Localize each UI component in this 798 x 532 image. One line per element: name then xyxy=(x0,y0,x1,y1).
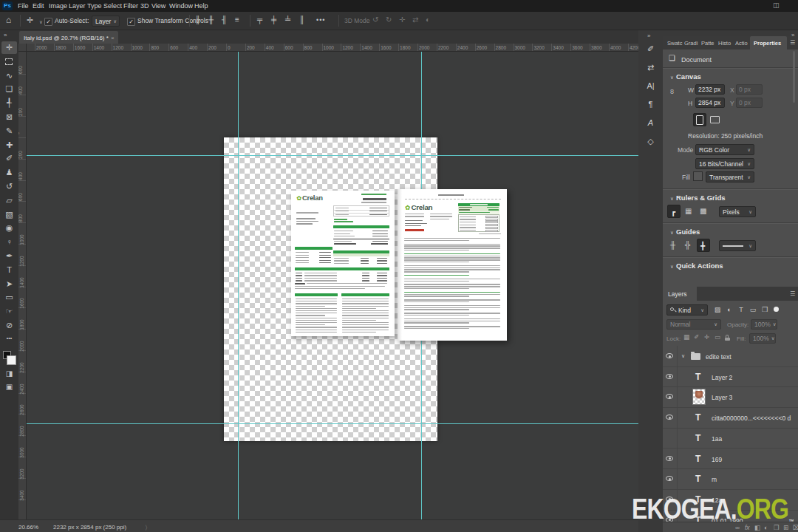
frame-tool-icon[interactable]: ⊠ xyxy=(0,113,18,121)
quick-mask-icon[interactable]: ◨ xyxy=(0,370,18,378)
hand-tool-icon[interactable]: ☞ xyxy=(0,307,18,316)
healing-brush-tool-icon[interactable]: ✚ xyxy=(0,141,18,149)
guide-horizontal[interactable] xyxy=(27,423,638,424)
history-brush-tool-icon[interactable]: ↺ xyxy=(0,183,18,191)
close-tab-icon[interactable]: × xyxy=(111,35,115,41)
menu-3d[interactable]: 3D xyxy=(140,3,149,12)
bit-depth-select[interactable]: 16 Bits/Channel∨ xyxy=(695,158,754,169)
panel-tab-properties[interactable]: Properties xyxy=(750,36,787,50)
clone-stamp-tool-icon[interactable]: ♟ xyxy=(0,168,18,177)
align-top-icon[interactable]: ≡ xyxy=(235,16,239,24)
share-icon[interactable]: ◫ xyxy=(773,2,780,9)
delete-layer-icon[interactable]: ⌦ xyxy=(793,524,798,531)
lock-guides-button[interactable]: ╬ xyxy=(682,239,695,252)
layer-row[interactable]: T1aa xyxy=(663,428,798,449)
3d-roll-icon[interactable]: ↻ xyxy=(386,16,392,24)
link-dimensions-icon[interactable]: 8 xyxy=(670,88,674,95)
show-transform-checkbox[interactable]: ✓ xyxy=(127,18,135,26)
canvas-height-input[interactable]: 2854 px xyxy=(695,98,725,108)
guide-style-select[interactable]: ∨ xyxy=(719,240,756,251)
filter-type-layers-icon[interactable]: T xyxy=(737,307,746,313)
layer-row[interactable]: Tm xyxy=(663,468,798,490)
dodge-tool-icon[interactable]: ♀ xyxy=(0,238,18,246)
filter-adjustment-layers-icon[interactable]: ◐ xyxy=(725,307,734,313)
lock-transparency-icon[interactable]: ▦ xyxy=(683,334,689,341)
toggle-guides-button[interactable]: ╫ xyxy=(667,239,681,252)
panel-menu-icon[interactable]: ☰ xyxy=(790,39,795,46)
glyphs-panel-icon[interactable]: A xyxy=(641,119,660,127)
brush-tool-icon[interactable]: ✐ xyxy=(0,154,18,163)
paragraph-panel-icon[interactable]: ¶ xyxy=(641,100,660,109)
edit-toolbar-icon[interactable]: ••• xyxy=(0,335,18,341)
distribute-bottom-icon[interactable]: ╧ xyxy=(285,16,290,24)
layer-row[interactable]: T169 xyxy=(663,449,798,470)
move-tool-icon[interactable]: ✛ xyxy=(0,44,18,52)
edit-guides-button[interactable]: ╋ xyxy=(697,239,710,252)
menu-filter[interactable]: Filter xyxy=(123,3,138,12)
path-select-tool-icon[interactable]: ➤ xyxy=(0,280,18,288)
layer-filter-toggle[interactable] xyxy=(774,307,779,312)
properties-scrollbar[interactable] xyxy=(793,51,795,103)
orientation-portrait-button[interactable] xyxy=(693,113,706,126)
menu-window[interactable]: Window xyxy=(169,3,193,12)
visibility-eye-icon[interactable] xyxy=(666,374,673,379)
orientation-landscape-button[interactable] xyxy=(708,113,721,126)
lock-artboard-icon[interactable]: ▭ xyxy=(715,334,720,341)
guide-vertical[interactable] xyxy=(238,52,239,519)
more-options-icon[interactable]: ••• xyxy=(316,17,325,24)
visibility-eye-icon[interactable] xyxy=(666,415,673,420)
align-right-icon[interactable]: ╢ xyxy=(222,16,227,24)
menu-file[interactable]: File xyxy=(18,3,29,12)
type-tool-icon[interactable]: T xyxy=(0,266,18,274)
guide-horizontal[interactable] xyxy=(27,155,638,156)
crop-tool-icon[interactable]: ╃ xyxy=(0,99,18,107)
pen-tool-icon[interactable]: ✒ xyxy=(0,252,18,260)
statement-page-1[interactable]: ✿Crelan xyxy=(291,191,395,336)
menu-type[interactable]: Type xyxy=(87,3,102,12)
fill-swatch[interactable] xyxy=(693,171,703,181)
object-selection-tool-icon[interactable]: ❏ xyxy=(0,85,18,93)
lock-position-icon[interactable]: ✛ xyxy=(704,334,709,341)
character-panel-icon[interactable]: A| xyxy=(641,82,660,90)
toggle-rulers-button[interactable]: ┏ xyxy=(667,205,681,218)
dock-collapse-icon[interactable]: » xyxy=(647,33,650,39)
visibility-eye-icon[interactable] xyxy=(666,476,673,481)
zoom-level[interactable]: 20.66% xyxy=(18,524,38,531)
vertical-ruler[interactable]: 6004002000200400600800100012001400160018… xyxy=(18,52,27,519)
panel-tab-patte[interactable]: Patte xyxy=(701,40,715,47)
panel-tab-histo[interactable]: Histo xyxy=(718,40,731,47)
layer-row[interactable]: Layer 3 xyxy=(663,386,798,408)
toggle-pixel-grid-button[interactable]: ▩ xyxy=(697,205,710,218)
background-color-swatch[interactable] xyxy=(7,355,16,365)
menu-image[interactable]: Image xyxy=(49,3,67,12)
layer-row[interactable]: ∨edite text xyxy=(663,346,798,367)
brush-settings-panel-icon[interactable]: ✐ xyxy=(641,45,660,53)
home-icon[interactable]: ⌂ xyxy=(6,16,11,24)
distribute-top-icon[interactable]: ╤ xyxy=(257,16,262,24)
panel-tab-gradi[interactable]: Gradi xyxy=(684,40,698,47)
blur-tool-icon[interactable]: ◉ xyxy=(0,224,18,232)
rectangle-tool-icon[interactable]: ▭ xyxy=(0,293,18,301)
swap-panel-icon[interactable]: ⇄ xyxy=(641,64,660,72)
fill-select[interactable]: Transparent∨ xyxy=(706,171,754,183)
threed-panel-icon[interactable]: ◇ xyxy=(641,137,660,146)
statement-page-2[interactable]: ✿Crelan xyxy=(398,189,507,341)
horizontal-ruler[interactable]: 2000180016001400120010008006004002000200… xyxy=(18,44,638,52)
lasso-tool-icon[interactable]: ∿ xyxy=(0,72,18,80)
3d-slide-icon[interactable]: ⇄ xyxy=(412,16,418,24)
gradient-tool-icon[interactable]: ▧ xyxy=(0,211,18,219)
chevron-down-icon[interactable]: ∨ xyxy=(39,19,43,25)
filter-pixel-layers-icon[interactable]: ▨ xyxy=(713,307,722,313)
zoom-tool-icon[interactable]: ⊘ xyxy=(0,321,18,330)
ruler-corner[interactable] xyxy=(18,44,27,52)
canvas-width-input[interactable]: 2232 px xyxy=(695,84,725,95)
eyedropper-tool-icon[interactable]: ✎ xyxy=(0,127,18,135)
menu-edit[interactable]: Edit xyxy=(33,3,44,12)
visibility-eye-icon[interactable] xyxy=(666,353,673,358)
status-chevron-icon[interactable]: 〉 xyxy=(145,524,151,532)
mode-select[interactable]: RGB Color∨ xyxy=(695,144,754,155)
filter-shape-layers-icon[interactable]: ▭ xyxy=(748,307,757,313)
document-tab[interactable]: Italy id.psd @ 20.7% (RGB/16) *× xyxy=(19,31,118,44)
menu-layer[interactable]: Layer xyxy=(69,3,86,12)
screen-mode-icon[interactable]: ▣ xyxy=(0,383,18,391)
